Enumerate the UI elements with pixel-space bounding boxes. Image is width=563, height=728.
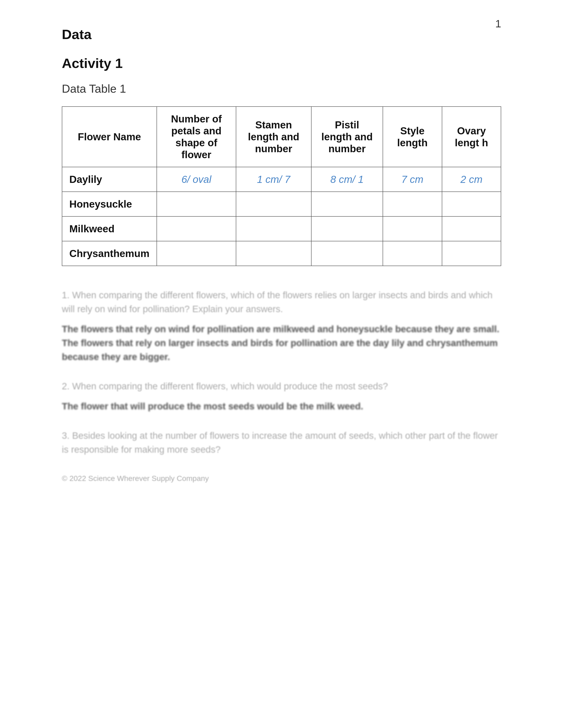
ovary-cell	[442, 241, 501, 266]
style-cell	[383, 241, 442, 266]
question-text-3: 3. Besides looking at the number of flow…	[62, 429, 501, 456]
flower-name-cell: Milkweed	[62, 216, 157, 241]
table-label: Data Table 1	[62, 82, 501, 95]
header-ovary: Ovary lengt h	[442, 107, 501, 167]
question-answer-2: The flower that will produce the most se…	[62, 399, 501, 413]
activity-heading: Activity 1	[62, 55, 501, 71]
style-cell	[383, 216, 442, 241]
stamen-cell: 1 cm/ 7	[236, 167, 311, 192]
pistil-cell: 8 cm/ 1	[311, 167, 383, 192]
question-item-2: 2. When comparing the different flowers,…	[62, 379, 501, 413]
question-answer-1: The flowers that rely on wind for pollin…	[62, 322, 501, 364]
data-table: Flower Name Number of petals and shape o…	[62, 106, 501, 266]
header-pistil: Pistil length and number	[311, 107, 383, 167]
style-cell: 7 cm	[383, 167, 442, 192]
ovary-cell: 2 cm	[442, 167, 501, 192]
question-text-1: 1. When comparing the different flowers,…	[62, 288, 501, 316]
pistil-cell	[311, 216, 383, 241]
petals-cell: 6/ oval	[157, 167, 236, 192]
petals-cell	[157, 192, 236, 216]
ovary-cell	[442, 216, 501, 241]
page-number: 1	[495, 18, 501, 30]
pistil-cell	[311, 241, 383, 266]
question-item-3: 3. Besides looking at the number of flow…	[62, 429, 501, 456]
data-heading: Data	[62, 26, 501, 42]
question-text-2: 2. When comparing the different flowers,…	[62, 379, 501, 393]
header-flower-name: Flower Name	[62, 107, 157, 167]
pistil-cell	[311, 192, 383, 216]
stamen-cell	[236, 216, 311, 241]
footer-text: © 2022 Science Wherever Supply Company	[62, 474, 501, 483]
petals-cell	[157, 241, 236, 266]
ovary-cell	[442, 192, 501, 216]
header-petals: Number of petals and shape of flower	[157, 107, 236, 167]
style-cell	[383, 192, 442, 216]
stamen-cell	[236, 241, 311, 266]
petals-cell	[157, 216, 236, 241]
flower-name-cell: Honeysuckle	[62, 192, 157, 216]
flower-name-cell: Daylily	[62, 167, 157, 192]
stamen-cell	[236, 192, 311, 216]
header-stamen: Stamen length and number	[236, 107, 311, 167]
question-item-1: 1. When comparing the different flowers,…	[62, 288, 501, 364]
questions-section: 1. When comparing the different flowers,…	[62, 288, 501, 456]
flower-name-cell: Chrysanthemum	[62, 241, 157, 266]
header-style: Style length	[383, 107, 442, 167]
